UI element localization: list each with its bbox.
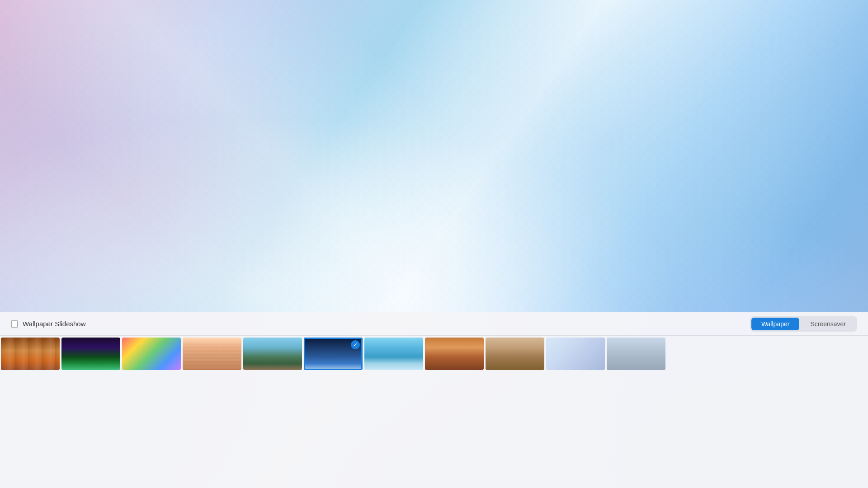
slideshow-area: Wallpaper Slideshow (11, 320, 86, 328)
slideshow-label: Wallpaper Slideshow (23, 320, 86, 328)
slideshow-checkbox[interactable] (11, 320, 18, 328)
thumbnail-canyon2[interactable] (425, 338, 484, 370)
thumbnail-aurora[interactable] (61, 338, 120, 370)
screensaver-tab[interactable]: Screensaver (800, 318, 856, 330)
thumbnail-dunes[interactable] (486, 338, 544, 370)
thumbnail-desert[interactable]: Desktop Loc...een Both (183, 338, 241, 370)
thumbnail-hummingbird[interactable] (607, 338, 665, 370)
thumbnail-fish[interactable] (364, 338, 423, 370)
thumbnail-jellyfish[interactable] (304, 338, 363, 370)
thumbnail-mountain[interactable] (243, 338, 302, 370)
thumbnail-gradient[interactable] (122, 338, 181, 370)
thumbnail-canyon1[interactable] (1, 338, 60, 370)
thumbnails-row: Desktop Loc...een Both (0, 336, 868, 372)
bottom-panel: Wallpaper Slideshow Wallpaper Screensave… (0, 312, 868, 488)
wallpaper-tab[interactable]: Wallpaper (751, 318, 800, 330)
selected-indicator (351, 340, 360, 349)
tab-switcher: Wallpaper Screensaver (750, 316, 857, 332)
thumbnail-abstract[interactable] (546, 338, 605, 370)
panel-topbar: Wallpaper Slideshow Wallpaper Screensave… (0, 312, 868, 336)
